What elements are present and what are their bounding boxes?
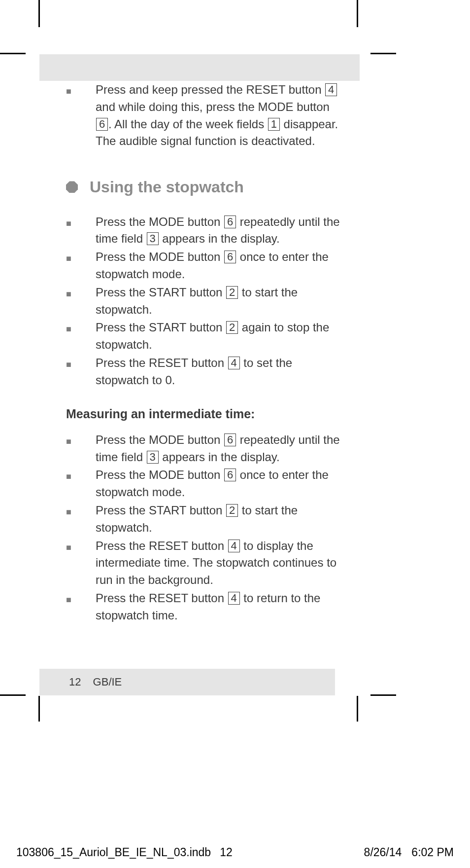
ref-box: 6 (224, 469, 236, 481)
text: Press the RESET button (96, 539, 228, 552)
crop-mark (370, 53, 396, 54)
bullet-icon: ■ (66, 214, 96, 248)
list-item: ■ Press the RESET button 4 to return to … (66, 590, 342, 624)
list-text: Press the RESET button 4 to display the … (96, 538, 342, 589)
footer-strip: 12 GB/IE (39, 669, 335, 695)
list-item: ■ Press and keep pressed the RESET butto… (66, 81, 342, 150)
text: . All the day of the week fields (108, 117, 268, 131)
list-item: ■ Press the START button 2 to start the … (66, 284, 342, 319)
text: Press the RESET button (96, 591, 228, 605)
list-text: Press the RESET button 4 to set the stop… (96, 355, 342, 389)
bullet-icon: ■ (66, 538, 96, 589)
text: Press the START button (96, 286, 226, 299)
crop-mark (357, 0, 358, 27)
ref-box: 4 (228, 357, 240, 369)
list-item: ■ Press the START button 2 again to stop… (66, 319, 342, 354)
ref-box: 3 (147, 232, 159, 245)
bullet-icon: ■ (66, 81, 96, 150)
slug-date: 8/26/14 (364, 846, 402, 859)
crop-mark (370, 694, 396, 696)
page-footer: 12 GB/IE (69, 676, 122, 688)
page-content: ■ Press and keep pressed the RESET butto… (66, 81, 342, 625)
list-item: ■ Press the MODE button 6 once to enter … (66, 467, 342, 501)
list-text: Press the MODE button 6 repeatedly until… (96, 432, 342, 466)
text: Press the START button (96, 321, 226, 334)
text: Press the MODE button (96, 468, 224, 481)
crop-mark (38, 0, 40, 27)
slug-time: 6:02 PM (411, 846, 454, 859)
bullet-icon: ■ (66, 319, 96, 354)
section-heading: Using the stopwatch (66, 176, 342, 198)
slug-file: 103806_15_Auriol_BE_IE_NL_03.indb (16, 846, 211, 859)
ref-box: 1 (268, 118, 280, 131)
list-item: ■ Press the MODE button 6 repeatedly unt… (66, 432, 342, 466)
crop-mark (0, 53, 26, 54)
bullet-icon: ■ (66, 590, 96, 624)
bullet-icon: ■ (66, 432, 96, 466)
slug-page: 12 (220, 846, 233, 859)
list-text: Press the START button 2 to start the st… (96, 502, 342, 537)
bullet-icon: ■ (66, 502, 96, 537)
page-number: 12 (69, 676, 81, 688)
ref-box: 6 (96, 118, 108, 131)
list-text: Press the MODE button 6 once to enter th… (96, 467, 342, 501)
ref-box: 4 (228, 540, 240, 552)
ref-box: 4 (325, 83, 337, 96)
list-text: Press the START button 2 to start the st… (96, 284, 342, 319)
ref-box: 6 (224, 434, 236, 446)
text: Press the START button (96, 504, 226, 517)
list-text: Press the MODE button 6 repeatedly until… (96, 214, 342, 248)
text: Press the MODE button (96, 215, 224, 228)
crop-mark (357, 696, 358, 722)
ref-box: 2 (226, 286, 238, 299)
header-strip (39, 54, 360, 81)
ref-box: 6 (224, 251, 236, 263)
section-heading-text: Using the stopwatch (90, 176, 244, 198)
text: Press the MODE button (96, 250, 224, 263)
ref-box: 2 (226, 321, 238, 334)
ref-box: 3 (147, 451, 159, 464)
bullet-icon: ■ (66, 355, 96, 389)
page-body: ■ Press and keep pressed the RESET butto… (39, 54, 357, 695)
list-text: Press and keep pressed the RESET button … (96, 81, 342, 150)
subheading: Measuring an intermediate time: (66, 405, 342, 423)
list-item: ■ Press the MODE button 6 repeatedly unt… (66, 214, 342, 248)
ref-box: 6 (224, 216, 236, 228)
region-code: GB/IE (93, 676, 122, 688)
list-item: ■ Press the RESET button 4 to display th… (66, 538, 342, 589)
ref-box: 4 (228, 592, 240, 605)
text: and while doing this, press the MODE but… (96, 100, 330, 113)
list-item: ■ Press the MODE button 6 once to enter … (66, 249, 342, 283)
list-text: Press the START button 2 again to stop t… (96, 319, 342, 354)
text: Press the RESET button (96, 356, 228, 369)
list-text: Press the MODE button 6 once to enter th… (96, 249, 342, 283)
text: Press and keep pressed the RESET button (96, 83, 325, 96)
octagon-icon (66, 181, 78, 193)
text: appears in the display. (159, 232, 280, 245)
list-text: Press the RESET button 4 to return to th… (96, 590, 342, 624)
bullet-icon: ■ (66, 249, 96, 283)
bullet-icon: ■ (66, 284, 96, 319)
prepress-slug: 103806_15_Auriol_BE_IE_NL_03.indb 12 8/2… (16, 846, 454, 859)
bullet-icon: ■ (66, 467, 96, 501)
list-item: ■ Press the START button 2 to start the … (66, 502, 342, 537)
ref-box: 2 (226, 504, 238, 517)
crop-mark (38, 696, 40, 722)
text: Press the MODE button (96, 433, 224, 446)
crop-mark (0, 694, 26, 696)
text: appears in the display. (159, 450, 280, 464)
list-item: ■ Press the RESET button 4 to set the st… (66, 355, 342, 389)
